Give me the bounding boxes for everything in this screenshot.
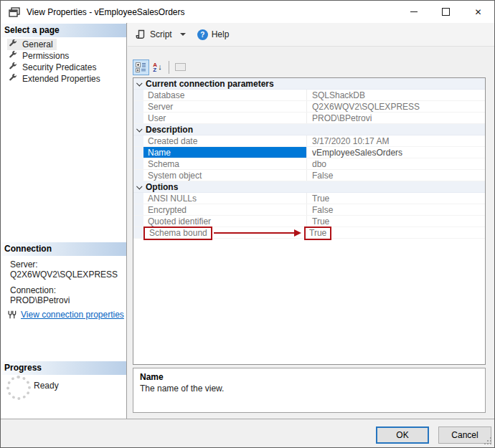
dialog-toolbar: Script ? Help [128,23,494,47]
property-value: False [307,170,485,181]
progress-header: Progress [1,361,126,375]
property-row-ansi-nulls[interactable]: ANSI NULLsTrue [133,193,485,204]
title-bar[interactable]: View Properties - vEmployeeSalesOrders ✕ [1,1,494,24]
row-indent [133,101,143,112]
sidebar-item-security-predicates[interactable]: Security Predicates [7,62,100,73]
script-button[interactable]: Script [150,29,172,39]
property-row-database[interactable]: DatabaseSQLShackDB [133,90,485,101]
property-row-system-object[interactable]: System objectFalse [133,170,485,181]
sidebar-item-extended-properties[interactable]: Extended Properties [7,73,104,85]
wrench-icon [9,39,17,50]
property-row-server[interactable]: ServerQ2X6WQV2\SQLEXPRESS [133,101,485,113]
row-indent [133,170,143,181]
row-indent [133,147,143,158]
chevron-down-icon[interactable] [133,78,146,89]
property-value: vEmployeeSalesOrders [307,147,485,158]
property-label: ANSI NULLs [143,193,307,204]
property-row-schema-bound[interactable]: Schema boundTrue [133,227,485,239]
script-dropdown-icon[interactable] [180,33,186,36]
property-description-panel: Name The name of the view. [133,368,486,413]
row-indent [133,204,143,215]
property-row-quoted-identifier[interactable]: Quoted identifierTrue [133,216,485,227]
connection-value: PROD\BPetrovi [10,295,70,305]
minimize-icon [410,11,418,12]
description-title: Name [140,372,478,382]
property-pages-icon [175,63,186,71]
wrench-icon [9,74,17,85]
property-value: 3/17/2020 10:17 AM [307,135,485,146]
property-row-schema[interactable]: Schemadbo [133,158,485,170]
wrench-icon [9,51,17,62]
property-grid-toolbar: AZ ↓ [133,59,189,75]
categorized-button[interactable] [133,59,149,75]
row-indent [133,193,143,204]
progress-status: Ready [34,381,59,391]
property-value: PROD\BPetrovi [307,113,485,123]
property-label: Created date [143,135,307,146]
property-label: User [143,113,307,123]
connection-header: Connection [1,242,126,256]
sidebar-item-label: Extended Properties [22,74,100,84]
sidebar-item-general[interactable]: General [7,39,57,50]
connection-properties-icon [6,310,17,320]
dialog-footer: OK Cancel [1,419,494,447]
properties-window-icon [9,6,20,18]
annotation-box-value: True [304,227,331,240]
row-indent [133,135,143,146]
property-row-created-date[interactable]: Created date3/17/2020 10:17 AM [133,135,485,147]
property-label: Database [143,90,307,100]
category-row-options[interactable]: Options [133,181,485,193]
sidebar-item-permissions[interactable]: Permissions [7,50,72,62]
chevron-down-icon[interactable] [133,181,146,192]
minimize-button[interactable] [397,1,430,23]
chevron-down-icon[interactable] [133,124,146,135]
property-row-user[interactable]: UserPROD\BPetrovi [133,113,485,124]
sidebar-item-label: Permissions [22,51,69,61]
maximize-icon [442,8,450,16]
annotation-box-label: Schema bound [143,227,212,240]
property-value: dbo [307,158,485,169]
az-sort-icon: AZ ↓ [153,62,161,72]
cancel-button[interactable]: Cancel [438,426,491,444]
property-label: Server [143,101,307,112]
close-icon: ✕ [474,8,481,16]
wrench-icon [9,62,17,73]
property-grid[interactable]: Current connection parametersDatabaseSQL… [133,77,486,365]
sidebar-item-label: Security Predicates [22,62,96,72]
property-value: True [307,216,485,227]
property-row-encrypted[interactable]: EncryptedFalse [133,204,485,216]
help-icon[interactable]: ? [197,29,208,40]
close-button[interactable]: ✕ [462,1,494,23]
server-label: Server: [10,259,38,270]
view-connection-properties-link[interactable]: View connection properties [21,310,124,320]
script-icon [135,29,146,40]
property-value: False [307,204,485,215]
connection-label: Connection: [10,285,56,295]
description-text: The name of the view. [140,383,478,394]
property-row-name[interactable]: NamevEmployeeSalesOrders [133,147,485,158]
category-title: Description [146,124,193,135]
category-row-current-connection-parameters[interactable]: Current connection parameters [133,78,485,90]
maximize-button[interactable] [430,1,462,23]
row-indent [133,113,143,123]
ok-button[interactable]: OK [376,426,429,444]
help-button[interactable]: Help [212,29,230,39]
row-indent [133,158,143,169]
progress-spinner-icon [6,376,31,400]
property-value: SQLShackDB [307,90,485,100]
view-properties-dialog: View Properties - vEmployeeSalesOrders ✕… [0,0,495,448]
category-title: Options [146,181,178,192]
row-indent [133,216,143,227]
categorized-icon [136,62,146,72]
sidebar: Select a page GeneralPermissionsSecurity… [1,23,127,419]
property-label: System object [143,170,307,181]
property-value: True [307,193,485,204]
resize-grip[interactable] [490,443,491,444]
alphabetical-sort-button[interactable]: AZ ↓ [149,59,166,75]
property-label: Name [143,147,307,158]
view-connection-properties-row: View connection properties [6,310,124,320]
category-row-description[interactable]: Description [133,124,485,135]
toolbar-separator [169,61,169,74]
select-a-page-header: Select a page [1,24,126,37]
property-label: Schema [143,158,307,169]
